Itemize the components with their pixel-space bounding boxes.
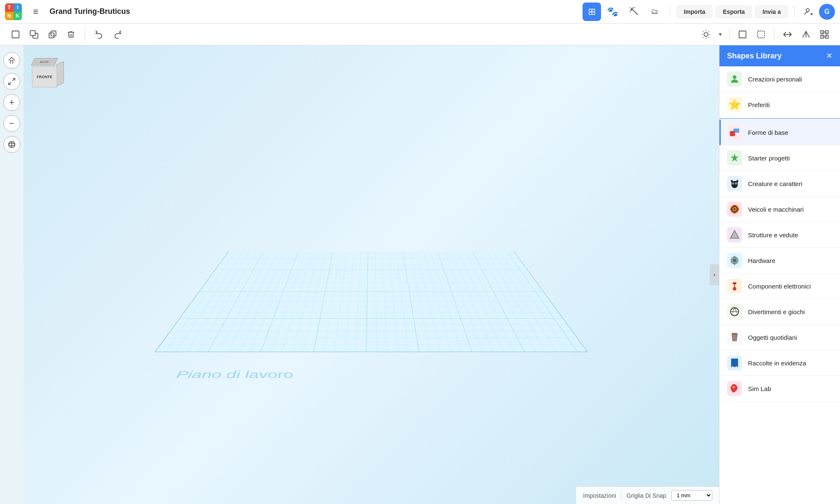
user-avatar[interactable]: G bbox=[819, 4, 835, 20]
hardware-icon bbox=[727, 253, 742, 268]
copy-button[interactable] bbox=[25, 26, 43, 43]
personal-label: Creazioni personali bbox=[748, 76, 802, 83]
fun-label: Divertimenti e giochi bbox=[748, 308, 805, 315]
shape-item-starter[interactable]: Starter progetti bbox=[719, 145, 840, 171]
svg-rect-5 bbox=[51, 31, 56, 36]
mirror-button[interactable] bbox=[797, 26, 815, 43]
duplicate-button[interactable] bbox=[44, 26, 61, 43]
shapes-panel: Shapes Library ✕ Creazioni personali ⭐ P… bbox=[719, 45, 840, 504]
grid-view-icon[interactable]: ⊞ bbox=[583, 3, 601, 21]
undo-button[interactable] bbox=[90, 26, 108, 43]
cube-front-label: FRONTE bbox=[37, 75, 52, 79]
structure-label: Strutture e vedute bbox=[748, 231, 798, 239]
settings-label: Impostazioni bbox=[583, 492, 616, 499]
shapes-panel-title: Shapes Library bbox=[727, 52, 782, 60]
svg-rect-31 bbox=[155, 252, 588, 352]
snap-select[interactable]: 1 mm 0.1 mm 0.5 mm 2 mm 5 mm 10 mm bbox=[671, 490, 712, 501]
collapse-panel-button[interactable]: › bbox=[710, 264, 719, 285]
fun-icon bbox=[727, 304, 742, 319]
app-logo[interactable]: T I N K bbox=[5, 3, 22, 20]
svg-point-38 bbox=[733, 183, 734, 184]
delete-button[interactable] bbox=[62, 26, 80, 43]
personal-icon bbox=[727, 71, 742, 87]
canvas-area[interactable]: ALTO FRONTE bbox=[24, 45, 719, 504]
3d-view-button[interactable] bbox=[3, 136, 20, 153]
shapes-list: Creazioni personali ⭐ Preferiti Forme di… bbox=[719, 66, 840, 504]
cube-front-face: FRONTE bbox=[32, 66, 57, 87]
shape-item-personal[interactable]: Creazioni personali bbox=[719, 66, 840, 92]
shape-item-vehicle[interactable]: Veicoli e macchinari bbox=[719, 197, 840, 222]
svg-rect-34 bbox=[733, 129, 739, 133]
svg-rect-4 bbox=[49, 33, 54, 38]
shape-item-favorites[interactable]: ⭐ Preferiti bbox=[719, 92, 840, 118]
zoom-out-button[interactable]: − bbox=[3, 115, 20, 132]
shape-item-featured[interactable]: Raccolte in evidenza bbox=[719, 350, 840, 376]
daily-label: Oggetti quotidiani bbox=[748, 334, 797, 341]
svg-line-14 bbox=[709, 31, 709, 32]
redo-button[interactable] bbox=[109, 26, 126, 43]
shape-item-fun[interactable]: Divertimenti e giochi bbox=[719, 299, 840, 325]
light-dropdown-button[interactable]: ▼ bbox=[716, 26, 725, 43]
main-toolbar: ▼ bbox=[0, 24, 840, 45]
shapes-close-button[interactable]: ✕ bbox=[826, 51, 832, 60]
zoom-in-button[interactable]: + bbox=[3, 94, 20, 111]
svg-point-44 bbox=[734, 208, 735, 210]
fit-view-button[interactable] bbox=[3, 73, 20, 90]
history-tools bbox=[90, 26, 126, 43]
home-view-button[interactable] bbox=[3, 52, 20, 69]
paw-icon[interactable]: 🐾 bbox=[604, 3, 622, 21]
logo-t: T bbox=[5, 3, 13, 12]
svg-rect-53 bbox=[734, 256, 735, 257]
electronic-label: Componenti elettronici bbox=[748, 283, 811, 290]
cube-top-label: ALTO bbox=[40, 60, 49, 64]
svg-rect-59 bbox=[732, 333, 737, 335]
shape-item-electronic[interactable]: Componenti elettronici bbox=[719, 273, 840, 299]
workplane bbox=[155, 252, 588, 352]
svg-point-39 bbox=[735, 183, 736, 184]
shape-item-hardware[interactable]: Hardware bbox=[719, 248, 840, 273]
svg-rect-54 bbox=[734, 263, 735, 265]
svg-point-40 bbox=[731, 180, 732, 183]
starter-icon bbox=[727, 150, 742, 165]
logo-k: K bbox=[13, 12, 22, 20]
view-cube[interactable]: ALTO FRONTE bbox=[32, 54, 66, 87]
svg-rect-1 bbox=[12, 31, 19, 38]
view-tools: ▼ bbox=[697, 26, 833, 43]
shape-item-structure[interactable]: Strutture e vedute bbox=[719, 222, 840, 248]
wallet-icon[interactable]: 🗂 bbox=[646, 3, 664, 21]
top-navigation: T I N K ≡ Grand Turing-Bruticus ⊞ 🐾 ⛏ 🗂 … bbox=[0, 0, 840, 24]
shape-item-basic[interactable]: Forme di base bbox=[719, 120, 840, 145]
workplane-label: Piano di lavoro bbox=[175, 369, 295, 381]
object-tools bbox=[7, 26, 80, 43]
esporta-button[interactable]: Esporta bbox=[715, 5, 752, 18]
snap-label: Griglia Di Snap bbox=[627, 492, 666, 499]
invia-button[interactable]: Invia a bbox=[755, 5, 788, 18]
basic-label: Forme di base bbox=[748, 129, 788, 136]
light-button[interactable] bbox=[697, 26, 715, 43]
simlab-label: Sim Lab bbox=[748, 385, 771, 392]
align-button[interactable] bbox=[779, 26, 796, 43]
creature-label: Creature e caratteri bbox=[748, 180, 802, 187]
featured-icon bbox=[727, 355, 742, 370]
shape-item-daily[interactable]: Oggetti quotidiani bbox=[719, 325, 840, 350]
favorites-icon: ⭐ bbox=[727, 97, 742, 112]
daily-icon bbox=[727, 330, 742, 345]
svg-point-41 bbox=[736, 180, 738, 183]
new-shape-button[interactable] bbox=[7, 26, 24, 43]
add-user-button[interactable] bbox=[801, 4, 816, 20]
group-button[interactable] bbox=[816, 26, 833, 43]
shape-tool-2[interactable] bbox=[752, 26, 770, 43]
svg-rect-16 bbox=[758, 31, 765, 38]
hamburger-menu[interactable]: ≡ bbox=[27, 3, 45, 21]
svg-point-32 bbox=[733, 75, 737, 79]
pickaxe-icon[interactable]: ⛏ bbox=[625, 3, 643, 21]
creature-icon bbox=[727, 176, 742, 191]
shape-item-simlab[interactable]: Sim Lab bbox=[719, 376, 840, 402]
importa-button[interactable]: Importa bbox=[676, 5, 713, 18]
basic-icon bbox=[727, 125, 742, 140]
vehicle-icon bbox=[727, 202, 742, 217]
project-title: Grand Turing-Bruticus bbox=[50, 7, 311, 16]
svg-point-52 bbox=[733, 259, 737, 262]
shape-tool-1[interactable] bbox=[734, 26, 751, 43]
shape-item-creature[interactable]: Creature e caratteri bbox=[719, 171, 840, 197]
